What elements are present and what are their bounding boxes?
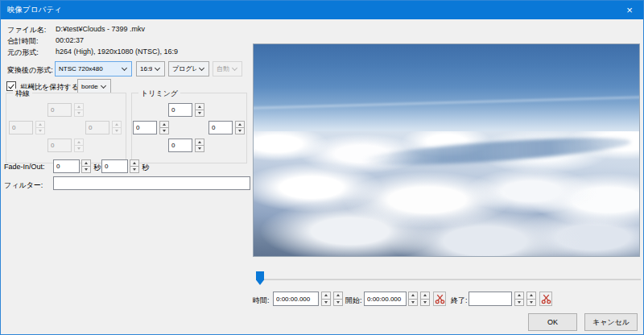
source-format-label: 元の形式: bbox=[7, 48, 39, 58]
start-cut-button[interactable] bbox=[433, 292, 446, 306]
border-top-spinner bbox=[74, 103, 84, 117]
spin-down-icon[interactable] bbox=[514, 300, 524, 307]
spin-up-icon[interactable] bbox=[159, 121, 169, 128]
trim-bottom-input[interactable] bbox=[168, 139, 192, 152]
trim-right-input[interactable] bbox=[208, 121, 233, 134]
auto-value: 自動 bbox=[213, 64, 229, 73]
resolution-combobox[interactable]: NTSC 720x480 bbox=[55, 61, 132, 77]
duration-value: 00:02:37 bbox=[56, 36, 84, 44]
border-left-spinner bbox=[35, 121, 45, 134]
fade-out-spinner[interactable] bbox=[130, 159, 139, 173]
spin-up-icon bbox=[35, 121, 45, 128]
cancel-button[interactable]: キャンセル bbox=[584, 313, 638, 331]
spin-down-icon[interactable] bbox=[333, 300, 343, 307]
spin-up-icon[interactable] bbox=[130, 159, 139, 167]
fade-in-unit: 秒 bbox=[93, 163, 101, 173]
check-icon bbox=[8, 82, 14, 89]
start-input[interactable] bbox=[364, 292, 407, 306]
end-spinner-2[interactable] bbox=[526, 292, 536, 306]
chevron-down-icon bbox=[101, 82, 106, 88]
resolution-value: NTSC 720x480 bbox=[56, 65, 103, 72]
filename-label: ファイル名: bbox=[7, 25, 46, 35]
scissors-icon bbox=[541, 293, 551, 304]
spin-down-icon[interactable] bbox=[159, 128, 169, 134]
trim-left-spinner[interactable] bbox=[159, 121, 169, 134]
seek-slider-thumb[interactable] bbox=[256, 271, 264, 285]
aspect-ratio-value: 16:9 bbox=[137, 65, 152, 72]
border-right-input bbox=[85, 121, 109, 134]
end-label: 終了: bbox=[451, 296, 468, 306]
time-spinner-2[interactable] bbox=[333, 292, 343, 306]
trim-left-input[interactable] bbox=[133, 121, 157, 134]
spin-up-icon[interactable] bbox=[333, 292, 343, 300]
spin-up-icon[interactable] bbox=[526, 292, 536, 300]
duration-label: 合計時間: bbox=[7, 36, 39, 47]
start-spinner-1[interactable] bbox=[408, 292, 418, 306]
fade-in-input[interactable] bbox=[53, 159, 80, 173]
border-bottom-input bbox=[47, 139, 72, 152]
scan-mode-combobox[interactable]: プログレッシブ bbox=[168, 61, 209, 77]
chevron-down-icon bbox=[122, 65, 127, 71]
auto-combobox: 自動 bbox=[213, 61, 242, 77]
trim-group-title: トリミング bbox=[138, 89, 180, 99]
spin-up-icon[interactable] bbox=[195, 139, 204, 146]
trim-bottom-spinner[interactable] bbox=[195, 139, 204, 152]
aspect-mode-value: border bbox=[78, 83, 98, 90]
fade-out-input[interactable] bbox=[101, 159, 128, 173]
spin-up-icon[interactable] bbox=[408, 292, 418, 300]
border-top-input bbox=[47, 103, 72, 117]
spin-up-icon[interactable] bbox=[514, 292, 524, 300]
scissors-icon bbox=[435, 293, 445, 304]
end-cut-button[interactable] bbox=[539, 292, 552, 306]
time-label: 時間: bbox=[253, 296, 270, 306]
trim-top-input[interactable] bbox=[168, 103, 192, 117]
end-input[interactable] bbox=[469, 292, 512, 306]
spin-down-icon[interactable] bbox=[81, 167, 91, 173]
trim-right-spinner[interactable] bbox=[235, 121, 245, 134]
spin-up-icon[interactable] bbox=[81, 159, 91, 167]
spin-down-icon[interactable] bbox=[408, 300, 418, 307]
spin-up-icon bbox=[74, 139, 84, 146]
title-bar: 映像プロパティ bbox=[1, 1, 643, 19]
spin-down-icon bbox=[35, 128, 45, 134]
end-spinner-1[interactable] bbox=[514, 292, 524, 306]
border-right-spinner bbox=[112, 121, 122, 134]
contrail bbox=[253, 96, 640, 110]
spin-up-icon[interactable] bbox=[420, 292, 430, 300]
fade-out-unit: 秒 bbox=[142, 163, 149, 173]
time-input[interactable] bbox=[273, 292, 319, 306]
border-bottom-spinner bbox=[74, 139, 84, 152]
trim-top-spinner[interactable] bbox=[195, 103, 204, 117]
video-preview-image bbox=[253, 43, 640, 257]
source-format-value: h264 (High), 1920x1080 (NTSC), 16:9 bbox=[56, 48, 178, 56]
ok-button[interactable]: OK bbox=[528, 313, 577, 331]
output-format-label: 変換後の形式: bbox=[7, 65, 53, 76]
spin-up-icon[interactable] bbox=[235, 121, 245, 128]
spin-down-icon[interactable] bbox=[420, 300, 430, 307]
start-label: 開始: bbox=[345, 296, 362, 306]
chevron-down-icon bbox=[199, 65, 204, 71]
spin-down-icon[interactable] bbox=[526, 300, 536, 307]
spin-down-icon[interactable] bbox=[130, 167, 139, 173]
fade-in-spinner[interactable] bbox=[81, 159, 91, 173]
spin-up-icon bbox=[74, 103, 84, 110]
spin-up-icon[interactable] bbox=[195, 103, 204, 110]
spin-down-icon bbox=[74, 146, 84, 152]
aspect-ratio-combobox[interactable]: 16:9 bbox=[136, 61, 165, 77]
fade-label: Fade-In/Out: bbox=[4, 163, 45, 171]
close-icon[interactable]: × bbox=[616, 1, 643, 19]
spin-up-icon[interactable] bbox=[321, 292, 331, 300]
time-spinner-1[interactable] bbox=[321, 292, 331, 306]
aspect-mode-combobox[interactable]: border bbox=[77, 79, 111, 93]
filter-input[interactable] bbox=[53, 176, 250, 190]
spin-down-icon[interactable] bbox=[195, 146, 204, 152]
seek-slider-track[interactable] bbox=[257, 279, 641, 280]
chevron-down-icon bbox=[232, 65, 237, 71]
video-properties-dialog: 映像プロパティ × ファイル名: D:¥test¥Clouds - 7399 .… bbox=[0, 0, 644, 335]
spin-up-icon bbox=[112, 121, 122, 128]
start-spinner-2[interactable] bbox=[420, 292, 430, 306]
spin-down-icon[interactable] bbox=[195, 110, 204, 117]
scan-mode-value: プログレッシブ bbox=[169, 64, 196, 73]
spin-down-icon[interactable] bbox=[235, 128, 245, 134]
spin-down-icon[interactable] bbox=[321, 300, 331, 307]
